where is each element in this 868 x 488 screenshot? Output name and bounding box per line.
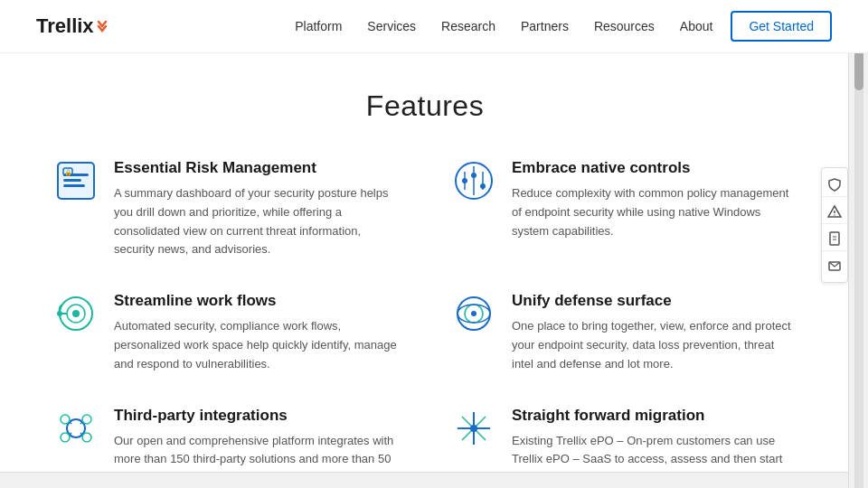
- svg-point-25: [61, 433, 70, 442]
- streamline-desc: Automated security, compliance work flow…: [114, 317, 398, 373]
- nav-partners[interactable]: Partners: [521, 19, 569, 33]
- streamline-title: Streamline work flows: [114, 292, 398, 310]
- svg-point-37: [834, 214, 835, 215]
- page-title: Features: [54, 89, 796, 123]
- nav-resources[interactable]: Resources: [594, 19, 655, 33]
- scrollbar-track[interactable]: [854, 0, 863, 488]
- nav-research[interactable]: Research: [441, 19, 495, 33]
- main-nav: Platform Services Research Partners Reso…: [295, 19, 712, 33]
- feature-native-controls: Embrace native controls Reduce complexit…: [452, 159, 796, 259]
- svg-point-21: [471, 311, 476, 316]
- svg-point-10: [471, 173, 476, 178]
- nav-about[interactable]: About: [680, 19, 713, 33]
- main-content: Features 🔒 Essential Risk Management A s…: [0, 53, 850, 488]
- native-controls-content: Embrace native controls Reduce complexit…: [512, 159, 796, 240]
- third-party-icon: [54, 407, 98, 450]
- svg-line-29: [70, 433, 71, 435]
- migration-icon: [452, 407, 495, 450]
- third-party-title: Third-party integrations: [114, 407, 398, 425]
- logo-text: Trellix: [36, 14, 94, 38]
- svg-point-26: [82, 433, 91, 442]
- native-controls-desc: Reduce complexity with common policy man…: [512, 184, 796, 240]
- svg-rect-2: [63, 179, 81, 182]
- risk-management-content: Essential Risk Management A summary dash…: [114, 159, 398, 259]
- scrollbar[interactable]: [848, 0, 868, 488]
- unify-defense-title: Unify defense surface: [512, 292, 796, 310]
- svg-point-12: [480, 183, 486, 189]
- risk-management-title: Essential Risk Management: [114, 159, 398, 177]
- streamline-icon: [54, 292, 98, 335]
- risk-management-icon: 🔒: [54, 159, 98, 202]
- svg-text:🔒: 🔒: [64, 168, 72, 176]
- get-started-button[interactable]: Get Started: [731, 11, 832, 42]
- native-controls-title: Embrace native controls: [512, 159, 796, 177]
- svg-line-27: [70, 422, 71, 424]
- unify-defense-icon: [452, 292, 495, 335]
- shield-side-icon[interactable]: [822, 172, 847, 197]
- migration-title: Straight forward migration: [512, 407, 796, 425]
- document-side-icon[interactable]: [822, 226, 847, 251]
- side-icons-panel: [821, 167, 848, 283]
- streamline-content: Streamline work flows Automated security…: [114, 292, 398, 373]
- unify-defense-content: Unify defense surface One place to bring…: [512, 292, 796, 373]
- unify-defense-desc: One place to bring together, view, enfor…: [512, 317, 796, 373]
- nav-services[interactable]: Services: [367, 19, 416, 33]
- svg-line-30: [80, 433, 82, 435]
- svg-rect-38: [830, 232, 839, 245]
- bottom-scrollbar[interactable]: [0, 472, 848, 488]
- svg-point-24: [82, 415, 91, 424]
- mail-side-icon[interactable]: [822, 253, 847, 278]
- native-controls-icon: [452, 159, 495, 202]
- feature-risk-management: 🔒 Essential Risk Management A summary da…: [54, 159, 398, 259]
- header: Trellix Platform Services Research Partn…: [0, 0, 868, 53]
- svg-point-15: [72, 310, 80, 317]
- features-grid: 🔒 Essential Risk Management A summary da…: [54, 159, 796, 488]
- svg-point-35: [470, 425, 477, 432]
- risk-management-desc: A summary dashboard of your security pos…: [114, 184, 398, 259]
- nav-platform[interactable]: Platform: [295, 19, 342, 33]
- logo[interactable]: Trellix: [36, 14, 108, 38]
- feature-streamline: Streamline work flows Automated security…: [54, 292, 398, 373]
- svg-rect-3: [63, 184, 85, 187]
- warning-side-icon[interactable]: [822, 199, 847, 224]
- svg-point-11: [462, 178, 467, 183]
- svg-line-28: [80, 422, 82, 424]
- feature-unify-defense: Unify defense surface One place to bring…: [452, 292, 796, 373]
- logo-icon: [96, 20, 108, 33]
- svg-point-23: [61, 415, 70, 424]
